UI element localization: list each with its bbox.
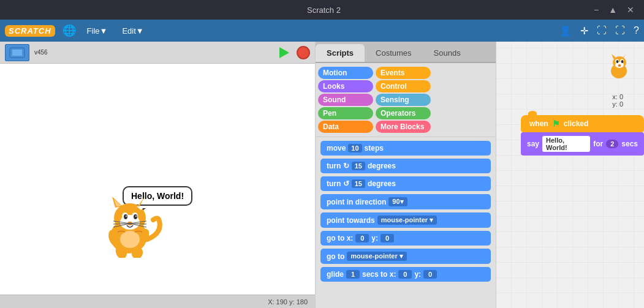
block-turn-cw-num: 15 <box>352 162 365 170</box>
tabs: Scripts Costumes Sounds <box>316 42 496 63</box>
say-secs-num: 2 <box>606 140 618 148</box>
shrink-icon[interactable]: ⛶ <box>597 25 607 36</box>
menubar-right: 👤 ✛ ⛶ ⛶ ? <box>559 25 639 37</box>
block-point-towards[interactable]: point towards mouse-pointer ▾ <box>320 212 491 228</box>
cat-x: x: 0 <box>612 93 623 100</box>
stage-canvas: Hello, World! <box>0 64 315 295</box>
cat-icon-area: x: 0 y: 0 <box>604 51 634 81</box>
hat-clicked-label: clicked <box>564 119 589 128</box>
svg-point-36 <box>621 60 624 63</box>
block-turn-ccw-suffix: degrees <box>368 179 396 188</box>
globe-icon[interactable]: 🌐 <box>63 24 76 37</box>
category-more[interactable]: More Blocks <box>376 121 431 133</box>
category-sensing[interactable]: Sensing <box>376 94 431 106</box>
help-icon[interactable]: ? <box>634 25 639 36</box>
blocks-list: move 10 steps turn ↻ 15 degrees turn ↺ 1… <box>316 138 496 308</box>
block-goto-xy[interactable]: go to x: 0 y: 0 <box>320 231 491 246</box>
block-turn-ccw[interactable]: turn ↺ 15 degrees <box>320 176 491 191</box>
category-operators[interactable]: Operators <box>376 107 431 119</box>
block-glide[interactable]: glide 1 secs to x: 0 y: 0 <box>320 267 491 282</box>
block-turn-cw[interactable]: turn ↻ 15 degrees <box>320 159 491 173</box>
block-move-label: move <box>327 144 346 152</box>
stop-button[interactable] <box>297 46 310 59</box>
block-glide-label: glide <box>327 270 344 279</box>
block-move-suffix: steps <box>365 144 384 152</box>
blocks-panel: Scripts Costumes Sounds Motion Looks Sou… <box>316 42 496 308</box>
say-block[interactable]: say Hello, World! for 2 secs <box>521 132 644 156</box>
block-goto-xy-ysep: y: <box>371 234 378 242</box>
svg-marker-30 <box>612 54 616 59</box>
svg-point-15 <box>135 216 137 217</box>
block-move[interactable]: move 10 steps <box>320 141 491 156</box>
svg-point-35 <box>616 60 619 63</box>
cat-right: Events Control Sensing Operators More Bl… <box>376 67 431 133</box>
block-glide-sep1: secs to x: <box>362 270 396 279</box>
scripts-area: x: 0 y: 0 when ⚑ clicked say Hello, Worl… <box>496 42 644 308</box>
block-glide-secs: 1 <box>346 270 360 279</box>
category-motion[interactable]: Motion <box>318 67 373 79</box>
svg-rect-1 <box>12 50 22 56</box>
scripts-bg <box>496 42 644 308</box>
fullscreen-icon[interactable]: ✛ <box>580 25 588 37</box>
main-area: v456 Hello, World! <box>0 42 644 308</box>
edit-menu[interactable]: Edit▼ <box>118 24 147 38</box>
close-button[interactable]: ✕ <box>624 5 637 15</box>
say-secs-label: secs <box>621 140 638 148</box>
tab-sounds[interactable]: Sounds <box>423 44 472 62</box>
tab-costumes[interactable]: Costumes <box>365 44 423 62</box>
block-glide-x: 0 <box>398 270 412 279</box>
block-point-dir-label: point in direction <box>327 198 386 206</box>
block-turn-ccw-label: turn ↺ <box>327 179 349 188</box>
block-point-towards-val: mouse-pointer ▾ <box>377 216 437 225</box>
block-goto-val: mouse-pointer ▾ <box>347 252 406 261</box>
sprite-label: v456 <box>34 49 48 56</box>
green-flag-button[interactable] <box>277 45 292 60</box>
maximize-button[interactable]: ▲ <box>606 5 619 15</box>
sprite-thumbnail[interactable] <box>5 44 29 61</box>
svg-point-27 <box>120 231 140 248</box>
category-events[interactable]: Events <box>376 67 431 79</box>
category-pen[interactable]: Pen <box>318 107 373 119</box>
block-goto-xy-y: 0 <box>381 234 394 242</box>
titlebar-title: Scratch 2 <box>56 6 591 15</box>
svg-marker-2 <box>279 47 289 58</box>
minimize-button[interactable]: − <box>591 5 601 15</box>
category-control[interactable]: Control <box>376 80 431 92</box>
titlebar-controls: − ▲ ✕ <box>591 5 637 15</box>
block-point-towards-label: point towards <box>327 216 375 225</box>
block-glide-y: 0 <box>423 270 437 279</box>
stage-area: v456 Hello, World! <box>0 42 316 308</box>
file-menu[interactable]: File▼ <box>83 24 112 38</box>
svg-point-13 <box>134 214 137 219</box>
grow-icon[interactable]: ⛶ <box>615 25 625 36</box>
hat-when-label: when <box>529 119 548 128</box>
hat-block-when-clicked[interactable]: when ⚑ clicked <box>521 115 644 132</box>
script-block-group: when ⚑ clicked say Hello, World! for 2 s… <box>521 115 644 156</box>
block-turn-ccw-num: 15 <box>352 179 365 188</box>
coord-display: x: 0 y: 0 <box>612 93 623 108</box>
person-icon[interactable]: 👤 <box>559 25 572 37</box>
menubar: SCRATCH 🌐 File▼ Edit▼ 👤 ✛ ⛶ ⛶ ? <box>0 20 644 42</box>
block-goto[interactable]: go to mouse-pointer ▾ <box>320 249 491 264</box>
stage-toolbar: v456 <box>0 42 315 64</box>
stage-coords: X: 190 y: 180 <box>268 298 308 306</box>
say-value: Hello, World! <box>542 136 590 152</box>
divider <box>316 137 496 137</box>
category-looks[interactable]: Looks <box>318 80 373 92</box>
cat-left: Motion Looks Sound Pen Data <box>318 67 373 133</box>
categories-panel: Motion Looks Sound Pen Data Events Contr… <box>316 63 496 135</box>
say-label: say <box>527 140 539 148</box>
hat-bump <box>528 111 537 116</box>
block-move-num: 10 <box>348 144 362 152</box>
cat-sprite-icon <box>604 51 634 79</box>
stage-controls <box>277 45 310 60</box>
flag-icon-small: ⚑ <box>552 119 560 129</box>
stage-footer: X: 190 y: 180 <box>0 295 315 308</box>
block-turn-cw-label: turn ↻ <box>327 162 349 170</box>
block-turn-cw-suffix: degrees <box>368 162 396 170</box>
block-glide-ysep: y: <box>414 270 421 279</box>
category-sound[interactable]: Sound <box>318 94 373 106</box>
tab-scripts[interactable]: Scripts <box>316 44 365 62</box>
category-data[interactable]: Data <box>318 121 373 133</box>
block-point-dir[interactable]: point in direction 90▾ <box>320 194 491 209</box>
